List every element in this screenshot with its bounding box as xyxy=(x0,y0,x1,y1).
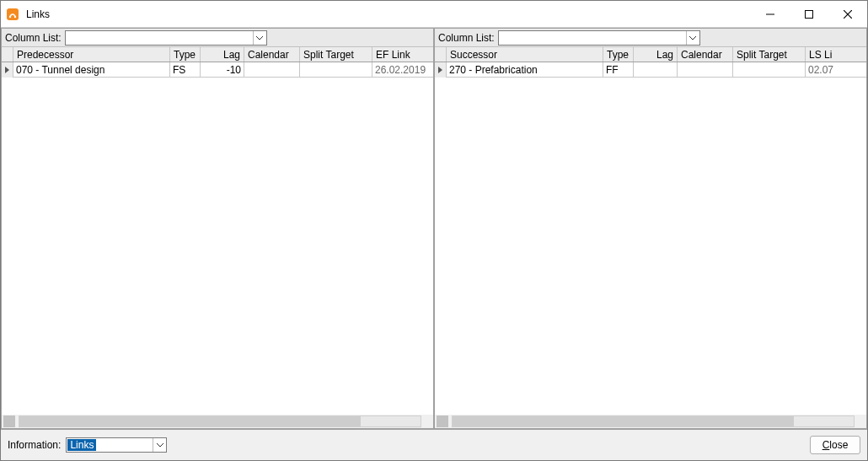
col-header-calendar[interactable]: Calendar xyxy=(244,47,300,62)
cell-ef-link: 26.02.2019 xyxy=(372,62,433,78)
predecessor-grid-body[interactable]: 070 - Tunnel design FS -10 26.02.2019 xyxy=(2,62,433,415)
links-dialog: Links Column List: xyxy=(0,0,868,461)
cell-type[interactable]: FS xyxy=(170,62,201,78)
information-label: Information: xyxy=(8,439,61,451)
maximize-button[interactable] xyxy=(790,1,828,28)
col-header-lag[interactable]: Lag xyxy=(201,47,244,62)
predecessor-panel: Column List: Predecessor Type Lag Calend… xyxy=(1,28,434,429)
scrollbar-thumb[interactable] xyxy=(19,416,361,426)
svg-point-2 xyxy=(14,15,16,17)
row-indicator-icon xyxy=(2,62,13,78)
panels: Column List: Predecessor Type Lag Calend… xyxy=(1,28,867,430)
predecessor-grid-header: Predecessor Type Lag Calendar Split Targ… xyxy=(2,47,433,62)
close-button[interactable]: Close xyxy=(810,436,860,454)
svg-rect-4 xyxy=(806,10,813,18)
svg-point-1 xyxy=(9,15,11,17)
chevron-down-icon xyxy=(253,31,266,45)
col-header-type[interactable]: Type xyxy=(603,47,634,62)
col-header-calendar[interactable]: Calendar xyxy=(678,47,733,62)
cell-split-target[interactable] xyxy=(300,62,372,78)
table-row[interactable]: 270 - Prefabrication FF 02.07 xyxy=(435,62,866,78)
col-header-predecessor[interactable]: Predecessor xyxy=(13,47,170,62)
row-gutter-header xyxy=(2,47,13,62)
cell-calendar[interactable] xyxy=(244,62,300,78)
scrollbar-track[interactable] xyxy=(452,415,855,427)
right-column-list-combo[interactable] xyxy=(498,30,700,46)
scrollbar-thumb[interactable] xyxy=(453,416,794,426)
row-gutter-header xyxy=(435,47,447,62)
successor-panel-head: Column List: xyxy=(435,29,866,47)
window-title: Links xyxy=(26,8,751,20)
cell-split-target[interactable] xyxy=(733,62,806,78)
col-header-split-target[interactable]: Split Target xyxy=(300,47,372,62)
successor-grid[interactable]: Successor Type Lag Calendar Split Target… xyxy=(435,47,866,428)
table-row[interactable]: 070 - Tunnel design FS -10 26.02.2019 xyxy=(2,62,433,78)
col-header-ls-link[interactable]: LS Li xyxy=(806,47,866,62)
svg-line-6 xyxy=(844,10,852,19)
column-list-label: Column List: xyxy=(5,32,62,44)
successor-grid-body[interactable]: 270 - Prefabrication FF 02.07 xyxy=(435,62,866,415)
svg-line-5 xyxy=(844,10,852,19)
row-indicator-icon xyxy=(435,62,447,78)
information-value: Links xyxy=(67,439,96,451)
chevron-down-icon xyxy=(153,438,166,452)
predecessor-grid[interactable]: Predecessor Type Lag Calendar Split Targ… xyxy=(2,47,433,428)
cell-type[interactable]: FF xyxy=(603,62,634,78)
successor-hscrollbar[interactable] xyxy=(435,415,866,428)
information-combo[interactable]: Links xyxy=(66,437,167,453)
cell-predecessor[interactable]: 070 - Tunnel design xyxy=(13,62,170,78)
col-header-type[interactable]: Type xyxy=(170,47,201,62)
scrollbar-track[interactable] xyxy=(19,415,421,427)
col-header-split-target[interactable]: Split Target xyxy=(733,47,806,62)
cell-lag[interactable] xyxy=(634,62,678,78)
titlebar: Links xyxy=(1,1,867,28)
column-list-label: Column List: xyxy=(438,32,495,44)
minimize-button[interactable] xyxy=(751,1,790,28)
app-icon xyxy=(6,8,19,21)
predecessor-hscrollbar[interactable] xyxy=(2,415,433,428)
col-header-ef-link[interactable]: EF Link xyxy=(372,47,433,62)
close-button-rest: lose xyxy=(829,439,848,451)
cell-ls-link: 02.07 xyxy=(806,62,866,78)
scrollbar-corner xyxy=(3,415,15,427)
close-window-button[interactable] xyxy=(828,1,867,28)
successor-grid-header: Successor Type Lag Calendar Split Target… xyxy=(435,47,866,62)
col-header-lag[interactable]: Lag xyxy=(634,47,678,62)
successor-panel: Column List: Successor Type Lag Calendar… xyxy=(434,28,867,429)
cell-successor[interactable]: 270 - Prefabrication xyxy=(447,62,603,78)
col-header-successor[interactable]: Successor xyxy=(447,47,603,62)
cell-calendar[interactable] xyxy=(678,62,733,78)
scrollbar-corner xyxy=(437,415,448,427)
footer: Information: Links Close xyxy=(1,430,867,460)
chevron-down-icon xyxy=(686,31,699,45)
cell-lag[interactable]: -10 xyxy=(201,62,244,78)
predecessor-panel-head: Column List: xyxy=(2,29,433,47)
left-column-list-combo[interactable] xyxy=(65,30,267,46)
